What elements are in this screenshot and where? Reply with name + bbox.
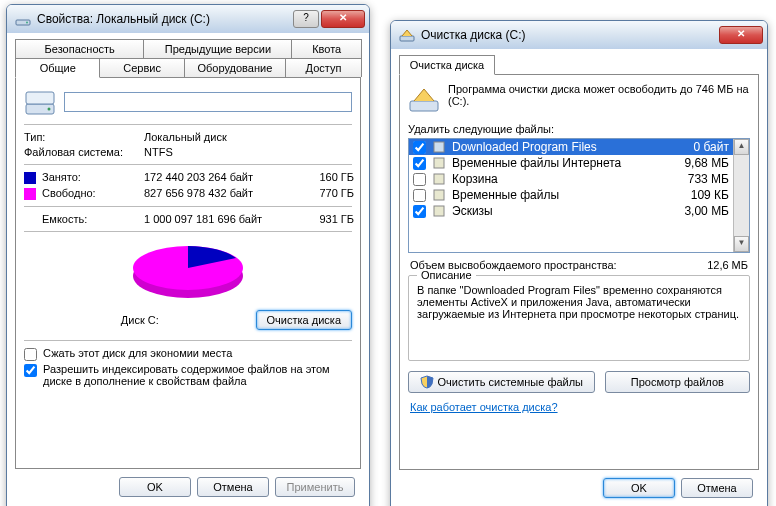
free-swatch bbox=[24, 188, 36, 200]
disk-usage-chart bbox=[118, 238, 258, 308]
freed-space-value: 12,6 МБ bbox=[707, 259, 748, 271]
fs-label: Файловая система: bbox=[24, 146, 144, 158]
file-name: Эскизы bbox=[452, 204, 663, 218]
description-text: В папке "Downloaded Program Files" време… bbox=[417, 284, 741, 350]
clean-system-files-button[interactable]: Очистить системные файлы bbox=[408, 371, 595, 393]
fs-value: NTFS bbox=[144, 146, 324, 158]
file-name: Downloaded Program Files bbox=[452, 140, 663, 154]
file-name: Временные файлы Интернета bbox=[452, 156, 663, 170]
cancel-button[interactable]: Отмена bbox=[681, 478, 753, 498]
disk-cleanup-button[interactable]: Очистка диска bbox=[256, 310, 352, 330]
file-size: 3,00 МБ bbox=[669, 204, 729, 218]
window-title: Очистка диска (C:) bbox=[421, 28, 719, 42]
scroll-down-button[interactable]: ▼ bbox=[734, 236, 749, 252]
used-human: 160 ГБ bbox=[294, 171, 354, 184]
tab-previous-versions[interactable]: Предыдущие версии bbox=[143, 39, 292, 58]
type-label: Тип: bbox=[24, 131, 144, 143]
apply-button[interactable]: Применить bbox=[275, 477, 355, 497]
tab-disk-cleanup[interactable]: Очистка диска bbox=[399, 55, 495, 75]
index-checkbox[interactable] bbox=[24, 364, 37, 377]
file-icon bbox=[432, 204, 446, 218]
capacity-label: Емкость: bbox=[24, 213, 144, 225]
cancel-button[interactable]: Отмена bbox=[197, 477, 269, 497]
cleanup-icon-large bbox=[408, 83, 440, 115]
svg-rect-7 bbox=[400, 36, 414, 41]
file-name: Временные файлы bbox=[452, 188, 663, 202]
how-it-works-link[interactable]: Как работает очистка диска? bbox=[410, 401, 558, 413]
tab-security[interactable]: Безопасность bbox=[15, 39, 144, 58]
file-name: Корзина bbox=[452, 172, 663, 186]
help-button[interactable]: ? bbox=[293, 10, 319, 28]
free-bytes: 827 656 978 432 байт bbox=[144, 187, 294, 200]
file-icon bbox=[432, 156, 446, 170]
svg-rect-12 bbox=[434, 190, 444, 200]
file-icon bbox=[432, 140, 446, 154]
free-human: 770 ГБ bbox=[294, 187, 354, 200]
file-list-row[interactable]: Временные файлы Интернета9,68 МБ bbox=[409, 155, 733, 171]
ok-button[interactable]: OK bbox=[119, 477, 191, 497]
file-list-row[interactable]: Эскизы3,00 МБ bbox=[409, 203, 733, 219]
description-group: Описание В папке "Downloaded Program Fil… bbox=[408, 275, 750, 361]
file-checkbox[interactable] bbox=[413, 157, 426, 170]
svg-rect-3 bbox=[26, 92, 54, 104]
drive-icon bbox=[15, 11, 31, 27]
tab-tools[interactable]: Сервис bbox=[99, 58, 184, 77]
ok-button[interactable]: OK bbox=[603, 478, 675, 498]
file-size: 733 МБ bbox=[669, 172, 729, 186]
tab-quota[interactable]: Квота bbox=[291, 39, 362, 58]
window-title: Свойства: Локальный диск (C:) bbox=[37, 12, 293, 26]
titlebar-properties[interactable]: Свойства: Локальный диск (C:) ? ✕ bbox=[7, 5, 369, 33]
svg-rect-10 bbox=[434, 158, 444, 168]
cleanup-icon bbox=[399, 27, 415, 43]
shield-icon bbox=[420, 375, 434, 389]
intro-text: Программа очистки диска может освободить… bbox=[448, 83, 750, 107]
file-checkbox[interactable] bbox=[413, 141, 426, 154]
chart-label: Диск C: bbox=[24, 314, 256, 326]
file-checkbox[interactable] bbox=[413, 205, 426, 218]
file-list-row[interactable]: Downloaded Program Files0 байт bbox=[409, 139, 733, 155]
svg-point-4 bbox=[48, 108, 51, 111]
free-label: Свободно: bbox=[24, 187, 144, 200]
svg-rect-9 bbox=[434, 142, 444, 152]
tab-general[interactable]: Общие bbox=[15, 58, 100, 78]
compress-checkbox-row[interactable]: Сжать этот диск для экономии места bbox=[24, 347, 352, 361]
index-checkbox-row[interactable]: Разрешить индексировать содержимое файло… bbox=[24, 363, 352, 387]
file-icon bbox=[432, 188, 446, 202]
scroll-up-button[interactable]: ▲ bbox=[734, 139, 749, 155]
file-list[interactable]: Downloaded Program Files0 байтВременные … bbox=[408, 138, 750, 253]
tab-hardware[interactable]: Оборудование bbox=[184, 58, 286, 77]
compress-checkbox[interactable] bbox=[24, 348, 37, 361]
scroll-track[interactable] bbox=[734, 155, 749, 236]
file-size: 109 КБ bbox=[669, 188, 729, 202]
file-checkbox[interactable] bbox=[413, 189, 426, 202]
file-size: 0 байт bbox=[669, 140, 729, 154]
titlebar-cleanup[interactable]: Очистка диска (C:) ✕ bbox=[391, 21, 767, 49]
svg-rect-8 bbox=[410, 101, 438, 111]
close-button[interactable]: ✕ bbox=[719, 26, 763, 44]
close-button[interactable]: ✕ bbox=[321, 10, 365, 28]
used-swatch bbox=[24, 172, 36, 184]
svg-point-1 bbox=[26, 22, 28, 24]
description-legend: Описание bbox=[417, 269, 476, 281]
capacity-human: 931 ГБ bbox=[294, 213, 354, 225]
scrollbar[interactable]: ▲ ▼ bbox=[733, 139, 749, 252]
file-list-row[interactable]: Корзина733 МБ bbox=[409, 171, 733, 187]
volume-label-input[interactable] bbox=[64, 92, 352, 112]
view-files-button[interactable]: Просмотр файлов bbox=[605, 371, 750, 393]
type-value: Локальный диск bbox=[144, 131, 324, 143]
svg-rect-13 bbox=[434, 206, 444, 216]
used-label: Занято: bbox=[24, 171, 144, 184]
list-label: Удалить следующие файлы: bbox=[408, 123, 750, 135]
file-size: 9,68 МБ bbox=[669, 156, 729, 170]
tab-sharing[interactable]: Доступ bbox=[285, 58, 362, 77]
file-list-row[interactable]: Временные файлы109 КБ bbox=[409, 187, 733, 203]
drive-icon-large bbox=[24, 86, 56, 118]
capacity-bytes: 1 000 097 181 696 байт bbox=[144, 213, 294, 225]
file-checkbox[interactable] bbox=[413, 173, 426, 186]
svg-rect-11 bbox=[434, 174, 444, 184]
file-icon bbox=[432, 172, 446, 186]
used-bytes: 172 440 203 264 байт bbox=[144, 171, 294, 184]
